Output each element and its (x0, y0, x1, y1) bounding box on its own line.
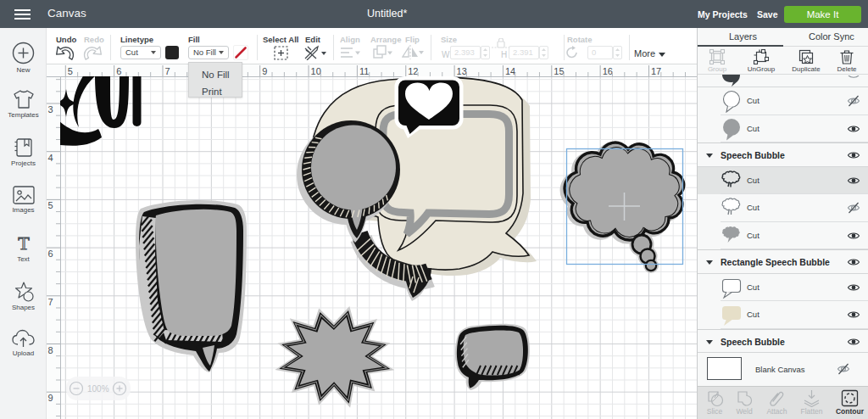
svg-text:16: 16 (603, 66, 613, 76)
svg-text:6: 6 (116, 66, 121, 76)
svg-text:T: T (18, 233, 30, 254)
svg-text:3: 3 (48, 104, 53, 115)
svg-text:7: 7 (48, 297, 53, 307)
svg-text:10: 10 (311, 66, 321, 76)
svg-text:4: 4 (48, 153, 53, 163)
svg-text:100%: 100% (87, 384, 109, 394)
svg-text:7: 7 (165, 66, 170, 76)
svg-text:17: 17 (651, 66, 661, 76)
svg-text:8: 8 (48, 345, 53, 355)
svg-text:13: 13 (457, 66, 467, 76)
svg-text:9: 9 (262, 66, 267, 76)
svg-text:15: 15 (554, 66, 564, 76)
svg-text:11: 11 (359, 66, 369, 76)
svg-text:6: 6 (48, 249, 53, 259)
svg-text:12: 12 (408, 66, 418, 76)
svg-text:5: 5 (48, 200, 53, 210)
svg-text:9: 9 (48, 393, 53, 403)
svg-text:14: 14 (505, 66, 515, 76)
svg-text:5: 5 (68, 66, 73, 76)
